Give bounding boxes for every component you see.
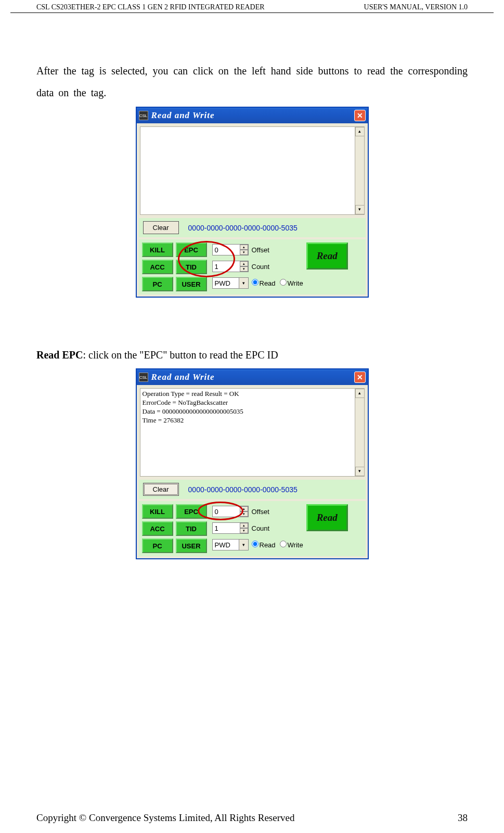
pwd-combo[interactable]: PWD▾: [212, 539, 249, 550]
memory-bank-buttons: KILL EPC ACC TID PC USER: [142, 242, 207, 291]
read-write-window-1: CSL Read and Write ✕ ▴ ▾ Clear 0000-0000…: [136, 107, 369, 298]
spin-down-icon[interactable]: ▾: [240, 250, 248, 255]
pwd-value: PWD: [215, 279, 230, 287]
acc-button[interactable]: ACC: [142, 521, 173, 536]
scroll-down-icon[interactable]: ▾: [355, 205, 365, 214]
log-textarea[interactable]: ▴ ▾: [140, 126, 365, 215]
log-textarea[interactable]: Operation Type = read Result = OK ErrorC…: [140, 388, 365, 477]
count-value: 1: [215, 263, 218, 271]
count-input[interactable]: 1▴▾: [212, 261, 249, 272]
chevron-down-icon[interactable]: ▾: [239, 540, 248, 550]
read-radio[interactable]: Read: [252, 279, 276, 287]
epc-button[interactable]: EPC: [176, 504, 207, 519]
memory-bank-buttons: KILL EPC ACC TID PC USER: [142, 504, 207, 553]
spin-down-icon[interactable]: ▾: [240, 511, 248, 517]
offset-label: Offset: [252, 246, 269, 254]
paragraph-2: Read EPC: click on the "EPC" button to r…: [36, 344, 468, 365]
rw-radios: Read Write: [252, 541, 303, 549]
paragraph-1: After the tag is selected, you can click…: [36, 60, 468, 104]
user-button[interactable]: USER: [176, 277, 207, 291]
spin-up-icon[interactable]: ▴: [240, 245, 248, 250]
scroll-up-icon[interactable]: ▴: [355, 389, 365, 398]
header-right: USER'S MANUAL, VERSION 1.0: [364, 3, 468, 11]
clear-button[interactable]: Clear: [143, 221, 179, 234]
control-panel: KILL EPC ACC TID PC USER 0▴▾ Offset 1▴▾ …: [139, 239, 366, 294]
epc-button[interactable]: EPC: [176, 242, 207, 257]
count-value: 1: [215, 524, 218, 532]
pwd-value: PWD: [215, 541, 230, 549]
tid-button[interactable]: TID: [176, 260, 207, 274]
scroll-up-icon[interactable]: ▴: [355, 127, 365, 136]
pc-button[interactable]: PC: [142, 539, 173, 553]
count-label: Count: [252, 524, 270, 532]
log-line: Data = 000000000000000000005035: [143, 407, 362, 416]
scrollbar[interactable]: ▴ ▾: [355, 127, 364, 214]
spin-up-icon[interactable]: ▴: [240, 506, 248, 511]
read-write-window-2: CSL Read and Write ✕ Operation Type = re…: [136, 368, 369, 559]
offset-label: Offset: [252, 508, 269, 516]
tid-button[interactable]: TID: [176, 521, 207, 536]
scroll-down-icon[interactable]: ▾: [355, 467, 365, 476]
write-radio[interactable]: Write: [280, 279, 303, 287]
rw-radios: Read Write: [252, 279, 303, 287]
user-button[interactable]: USER: [176, 539, 207, 553]
read-button[interactable]: Read: [306, 242, 348, 270]
window-title: Read and Write: [151, 372, 354, 382]
log-line: Operation Type = read Result = OK: [143, 390, 362, 399]
spin-down-icon[interactable]: ▾: [240, 528, 248, 533]
page-header: CSL CS203ETHER-2 EPC CLASS 1 GEN 2 RFID …: [10, 0, 494, 13]
kill-button[interactable]: KILL: [142, 504, 173, 519]
read-button[interactable]: Read: [306, 504, 348, 531]
count-input[interactable]: 1▴▾: [212, 522, 249, 534]
footer-copyright: Copyright © Convergence Systems Limited,…: [36, 812, 294, 824]
spin-up-icon[interactable]: ▴: [240, 523, 248, 528]
spin-down-icon[interactable]: ▾: [240, 266, 248, 272]
para2-bold: Read EPC: [36, 349, 83, 361]
clear-button[interactable]: Clear: [143, 483, 179, 496]
pwd-combo[interactable]: PWD▾: [212, 277, 249, 289]
offset-input[interactable]: 0▴▾: [212, 506, 249, 517]
window-title: Read and Write: [151, 110, 354, 121]
footer-page-number: 38: [458, 812, 468, 824]
params-column: 0▴▾ Offset 1▴▾ Count PWD▾ Read Write: [212, 242, 303, 291]
header-left: CSL CS203ETHER-2 EPC CLASS 1 GEN 2 RFID …: [36, 3, 265, 11]
read-column: Read: [306, 504, 348, 553]
titlebar: CSL Read and Write ✕: [137, 108, 368, 123]
page-footer: Copyright © Convergence Systems Limited,…: [0, 812, 504, 824]
epc-display-text: 0000-0000-0000-0000-0000-5035: [188, 485, 298, 494]
para2-rest: : click on the "EPC" button to read the …: [83, 349, 278, 361]
close-icon[interactable]: ✕: [354, 110, 366, 121]
params-column: 0▴▾ Offset 1▴▾ Count PWD▾ Read Write: [212, 504, 303, 553]
epc-panel: Clear 0000-0000-0000-0000-0000-5035: [139, 218, 366, 237]
scrollbar[interactable]: ▴ ▾: [355, 389, 364, 476]
offset-input[interactable]: 0▴▾: [212, 244, 249, 255]
log-line: ErrorCode = NoTagBackscatter: [143, 399, 362, 407]
write-radio[interactable]: Write: [280, 541, 303, 549]
chevron-down-icon[interactable]: ▾: [239, 278, 248, 288]
spin-up-icon[interactable]: ▴: [240, 261, 248, 266]
read-radio[interactable]: Read: [252, 541, 276, 549]
titlebar: CSL Read and Write ✕: [137, 369, 368, 385]
read-column: Read: [306, 242, 348, 291]
acc-button[interactable]: ACC: [142, 260, 173, 274]
app-icon: CSL: [139, 111, 148, 120]
kill-button[interactable]: KILL: [142, 242, 173, 257]
app-icon: CSL: [139, 373, 148, 382]
epc-panel: Clear 0000-0000-0000-0000-0000-5035: [139, 480, 366, 499]
pc-button[interactable]: PC: [142, 277, 173, 291]
count-label: Count: [252, 263, 270, 271]
control-panel: KILL EPC ACC TID PC USER 0▴▾ Offset 1▴▾ …: [139, 501, 366, 556]
epc-display-text: 0000-0000-0000-0000-0000-5035: [188, 224, 298, 232]
offset-value: 0: [215, 508, 218, 516]
offset-value: 0: [215, 246, 218, 254]
close-icon[interactable]: ✕: [354, 371, 366, 383]
log-line: Time = 276382: [143, 416, 362, 425]
